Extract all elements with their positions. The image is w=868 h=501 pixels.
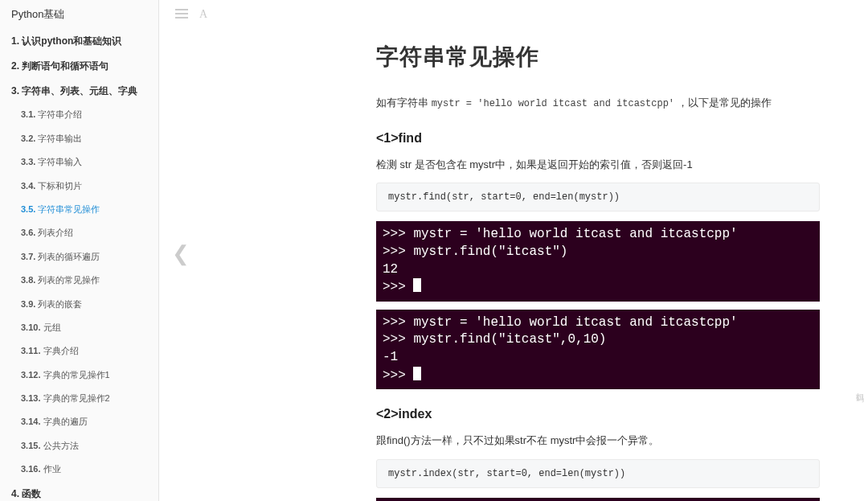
- sidebar-item-label: 列表的常见操作: [38, 275, 100, 285]
- section-item-3-9[interactable]: 3.9. 列表的嵌套: [0, 293, 158, 316]
- section-item-3-10[interactable]: 3.10. 元组: [0, 316, 158, 339]
- sidebar-item-label: 认识python和基础知识: [22, 35, 121, 47]
- sidebar-item-label: 列表的循环遍历: [38, 252, 100, 261]
- chapter-item-2[interactable]: 2. 判断语句和循环语句: [0, 54, 158, 79]
- sidebar-item-label: 字符串、列表、元组、字典: [22, 85, 137, 97]
- sidebar-item-label: 字符串输出: [38, 133, 82, 143]
- section-find-desc: 检测 str 是否包含在 mystr中，如果是返回开始的索引值，否则返回-1: [376, 155, 820, 175]
- sidebar-item-label: 公共方法: [43, 441, 79, 450]
- sidebar-item-label: 判断语句和循环语句: [22, 60, 108, 72]
- terminal-output-3: >>> mystr = 'hello world itcast and itca…: [376, 498, 820, 501]
- side-watermark: 扫码: [854, 386, 865, 391]
- content-area: 字符串常见操作 如有字符串 mystr = 'hello world itcas…: [159, 0, 868, 501]
- section-item-3-4[interactable]: 3.4. 下标和切片: [0, 175, 158, 198]
- terminal-output-2: >>> mystr = 'hello world itcast and itca…: [376, 310, 820, 389]
- section-item-3-14[interactable]: 3.14. 字典的遍历: [0, 410, 158, 433]
- chapter-item-4[interactable]: 4. 函数: [0, 482, 158, 501]
- toc-list: 1. 认识python和基础知识2. 判断语句和循环语句3. 字符串、列表、元组…: [0, 29, 158, 501]
- section-item-3-8[interactable]: 3.8. 列表的常见操作: [0, 269, 158, 292]
- section-item-3-6[interactable]: 3.6. 列表介绍: [0, 221, 158, 244]
- sidebar-item-label: 字符串常见操作: [38, 204, 100, 214]
- section-item-3-7[interactable]: 3.7. 列表的循环遍历: [0, 245, 158, 269]
- chapter-item-3[interactable]: 3. 字符串、列表、元组、字典: [0, 79, 158, 104]
- sidebar-item-label: 作业: [43, 464, 61, 474]
- intro-paragraph: 如有字符串 mystr = 'hello world itcast and it…: [376, 93, 820, 113]
- section-item-3-15[interactable]: 3.15. 公共方法: [0, 434, 158, 458]
- section-item-3-13[interactable]: 3.13. 字典的常见操作2: [0, 387, 158, 410]
- section-item-3-12[interactable]: 3.12. 字典的常见操作1: [0, 363, 158, 387]
- sidebar-item-label: 字符串输入: [38, 157, 82, 166]
- section-item-3-16[interactable]: 3.16. 作业: [0, 458, 158, 481]
- section-item-3-11[interactable]: 3.11. 字典介绍: [0, 339, 158, 363]
- terminal-output-1: >>> mystr = 'hello world itcast and itca…: [376, 221, 820, 301]
- sidebar-item-label: 字典介绍: [43, 346, 79, 355]
- page-title: 字符串常见操作: [376, 42, 820, 72]
- section-index-desc: 跟find()方法一样，只不过如果str不在 mystr中会报一个异常。: [376, 431, 820, 451]
- sidebar-item-label: 下标和切片: [38, 181, 82, 191]
- sidebar-item-label: 字典的遍历: [43, 417, 88, 426]
- section-index-heading: <2>index: [376, 407, 820, 421]
- sidebar-item-label: 字典的常见操作2: [43, 393, 110, 403]
- section-find-heading: <1>find: [376, 131, 820, 146]
- section-item-3-1[interactable]: 3.1. 字符串介绍: [0, 103, 158, 126]
- intro-code: mystr = 'hello world itcast and itcastcp…: [432, 98, 674, 109]
- index-syntax-code: mystr.index(str, start=0, end=len(mystr)…: [376, 459, 820, 488]
- find-syntax-code: mystr.find(str, start=0, end=len(mystr)): [376, 183, 820, 211]
- sidebar-item-label: 字典的常见操作1: [43, 370, 110, 380]
- sidebar-item-label: 函数: [22, 488, 41, 499]
- chapter-item-1[interactable]: 1. 认识python和基础知识: [0, 29, 158, 54]
- sidebar-item-label: 列表介绍: [38, 228, 73, 237]
- sidebar-item-label: 字符串介绍: [38, 109, 82, 119]
- section-item-3-3[interactable]: 3.3. 字符串输入: [0, 150, 158, 174]
- sidebar-item-label: 列表的嵌套: [38, 299, 82, 309]
- sidebar-item-label: 元组: [43, 322, 61, 332]
- section-item-3-2[interactable]: 3.2. 字符串输出: [0, 127, 158, 150]
- section-item-3-5[interactable]: 3.5. 字符串常见操作: [0, 198, 158, 221]
- book-title: Python基础: [0, 0, 158, 29]
- sidebar[interactable]: Python基础 1. 认识python和基础知识2. 判断语句和循环语句3. …: [0, 0, 159, 501]
